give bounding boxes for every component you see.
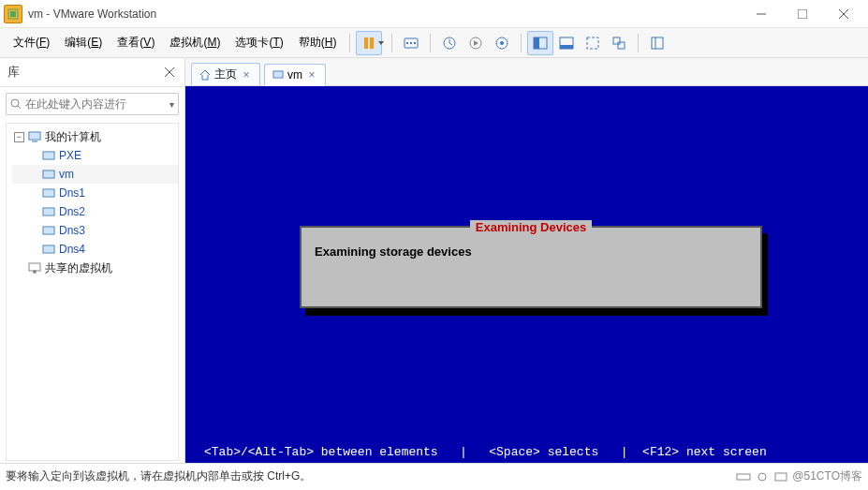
snapshot-revert-button[interactable]	[463, 31, 489, 55]
maximize-button[interactable]	[782, 1, 823, 27]
svg-point-29	[11, 99, 19, 107]
tree-node-vm[interactable]: Dns4	[12, 240, 178, 259]
menu-file[interactable]: 文件(F)	[6, 31, 57, 54]
minimize-button[interactable]	[741, 1, 782, 27]
library-tree: − 我的计算机 PXEvmDns1Dns2Dns3Dns4 共享的虚拟机	[6, 123, 179, 461]
expander-icon[interactable]: −	[14, 132, 24, 142]
svg-rect-45	[44, 246, 53, 252]
separator	[638, 34, 639, 52]
svg-rect-12	[414, 42, 416, 44]
tree-node-shared[interactable]: 共享的虚拟机	[12, 259, 178, 277]
unity-button[interactable]	[606, 31, 632, 55]
statusbar: 要将输入定向到该虚拟机，请在虚拟机内部单击或按 Ctrl+G。 @51CTO博客	[0, 463, 868, 489]
library-toggle-button[interactable]	[644, 31, 670, 55]
svg-rect-22	[587, 37, 598, 49]
svg-rect-7	[370, 37, 374, 49]
tab-home[interactable]: 主页 ×	[191, 63, 260, 85]
dialog-title: Examining Devices	[470, 220, 593, 234]
vm-icon	[42, 225, 55, 236]
tree-node-vm[interactable]: Dns2	[12, 202, 178, 221]
svg-rect-10	[406, 42, 408, 44]
sidebar-close-button[interactable]	[162, 65, 177, 80]
send-ctrl-alt-del-button[interactable]	[398, 31, 424, 55]
vm-icon	[42, 244, 55, 255]
svg-rect-49	[274, 72, 282, 77]
svg-rect-23	[613, 37, 620, 44]
vm-icon	[42, 150, 55, 161]
svg-rect-21	[560, 45, 573, 49]
menu-tabs[interactable]: 选项卡(T)	[228, 31, 290, 54]
power-dropdown[interactable]	[378, 41, 386, 45]
sidebar-title: 库	[7, 64, 20, 81]
tab-close-button[interactable]: ×	[241, 69, 252, 81]
svg-rect-39	[44, 190, 53, 196]
titlebar: vm - VMware Workstation	[0, 0, 868, 28]
separator	[349, 34, 350, 52]
search-input[interactable]	[25, 97, 166, 111]
tree-label: Dns2	[59, 205, 85, 218]
status-hint: 要将输入定向到该虚拟机，请在虚拟机内部单击或按 Ctrl+G。	[6, 468, 311, 484]
device-icon[interactable]	[773, 471, 788, 483]
vm-icon	[272, 69, 284, 81]
svg-rect-46	[29, 263, 40, 271]
computer-icon	[28, 131, 41, 142]
search-dropdown[interactable]: ▾	[169, 99, 174, 110]
svg-rect-41	[44, 209, 53, 215]
svg-rect-3	[798, 9, 807, 19]
shared-icon	[28, 262, 41, 274]
svg-marker-8	[378, 41, 384, 45]
tabstrip: 主页 × vm ×	[185, 58, 868, 86]
watermark: @51CTO博客	[792, 468, 862, 484]
fullscreen-button[interactable]	[580, 31, 606, 55]
svg-line-30	[18, 106, 21, 109]
svg-point-47	[33, 270, 37, 274]
search-input-wrapper[interactable]: ▾	[6, 93, 179, 115]
tree-node-mycomputer[interactable]: − 我的计算机	[12, 127, 178, 146]
tab-close-button[interactable]: ×	[306, 69, 317, 81]
tree-node-vm[interactable]: PXE	[12, 146, 178, 165]
tree-node-vm[interactable]: vm	[12, 165, 178, 184]
home-icon	[199, 69, 211, 81]
device-icon[interactable]	[736, 471, 751, 483]
separator	[521, 34, 522, 52]
svg-rect-32	[30, 133, 39, 139]
vm-icon	[42, 206, 55, 217]
menu-vm[interactable]: 虚拟机(M)	[162, 31, 228, 54]
expander-placeholder	[14, 263, 24, 274]
svg-rect-25	[652, 37, 663, 49]
svg-rect-43	[44, 228, 53, 233]
menu-help[interactable]: 帮助(H)	[291, 31, 345, 54]
search-icon	[10, 98, 22, 110]
svg-rect-50	[737, 474, 750, 480]
svg-point-51	[758, 473, 766, 481]
svg-rect-52	[775, 473, 787, 481]
vm-console[interactable]: Examining Devices Examining storage devi…	[185, 86, 868, 463]
svg-rect-1	[10, 11, 16, 17]
svg-point-17	[500, 41, 504, 45]
tree-label: Dns4	[59, 243, 85, 256]
menubar: 文件(F) 编辑(E) 查看(V) 虚拟机(M) 选项卡(T) 帮助(H)	[0, 28, 868, 58]
tree-node-vm[interactable]: Dns1	[12, 184, 178, 202]
dialog-body: Examining storage devices	[302, 228, 760, 275]
close-button[interactable]	[823, 1, 864, 27]
svg-rect-35	[44, 153, 53, 158]
separator	[430, 34, 431, 52]
snapshot-take-button[interactable]	[436, 31, 463, 55]
main: 库 ▾ − 我的计算机 PXEvmDns1Dns2Dns3Dns4 共享的虚拟机	[0, 58, 868, 463]
tab-vm[interactable]: vm ×	[264, 64, 326, 86]
tree-label: 共享的虚拟机	[45, 260, 112, 276]
tree-node-vm[interactable]: Dns3	[12, 221, 178, 240]
tree-label: Dns1	[59, 186, 85, 200]
tree-label: vm	[59, 168, 74, 181]
separator	[391, 34, 392, 52]
snapshot-manage-button[interactable]	[489, 31, 515, 55]
menu-edit[interactable]: 编辑(E)	[57, 31, 110, 54]
tab-label: 主页	[214, 67, 237, 82]
vm-icon	[42, 187, 55, 199]
view-thumbnail-button[interactable]	[553, 31, 580, 55]
menu-view[interactable]: 查看(V)	[110, 31, 162, 54]
device-icon[interactable]	[755, 471, 770, 483]
view-console-button[interactable]	[527, 31, 553, 55]
tree-label: PXE	[59, 149, 81, 162]
svg-rect-11	[410, 42, 412, 44]
